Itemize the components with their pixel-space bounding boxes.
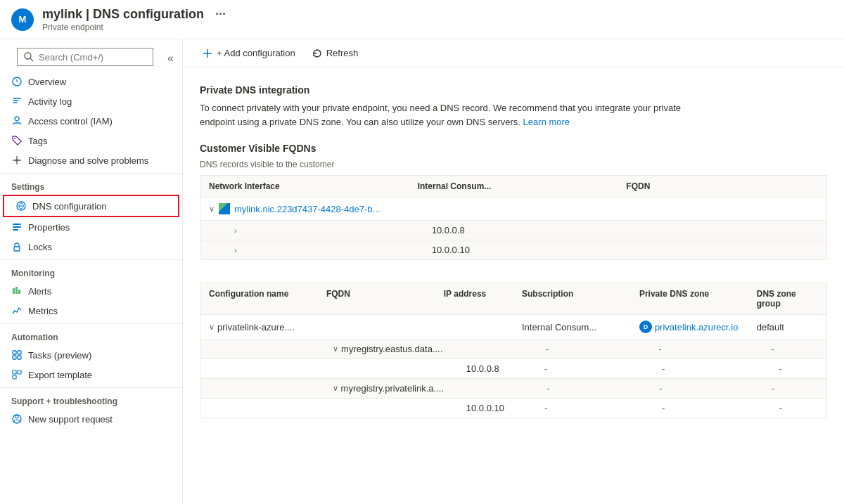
svg-rect-10 (14, 247, 20, 251)
config-sub-cell-name-1 (200, 340, 313, 358)
sidebar-section-settings: Settings (0, 173, 182, 195)
search-input[interactable] (39, 52, 147, 63)
sidebar-item-overview[interactable]: Overview (0, 72, 182, 91)
sub-cell-chevron-1: › (200, 221, 409, 240)
sidebar-item-label-tags: Tags (28, 136, 47, 146)
config-grand-sub-1: - (513, 359, 631, 378)
config-cell-dns-zone: D privatelink.azurecr.io (631, 315, 748, 339)
sidebar-item-label-properties: Properties (28, 222, 70, 233)
sub-cell-chevron-2: › (200, 240, 409, 259)
diagnose-icon (11, 155, 23, 166)
learn-more-link[interactable]: Learn more (523, 117, 570, 127)
svg-rect-14 (13, 351, 16, 354)
svg-point-4 (14, 138, 15, 139)
sidebar-item-diagnose[interactable]: Diagnose and solve problems (0, 150, 182, 170)
table-row: ∨ mylink.nic.223d7437-4428-4de7-b... (200, 198, 826, 221)
expand-right-icon-1[interactable]: › (234, 226, 237, 235)
config-table-row: 10.0.0.8 - - - (200, 359, 826, 379)
svg-rect-7 (13, 224, 21, 225)
svg-point-0 (25, 53, 31, 59)
sidebar-item-activity-log[interactable]: Activity log (0, 91, 182, 111)
sidebar-item-properties[interactable]: Properties (0, 217, 182, 237)
sidebar-item-support[interactable]: New support request (0, 409, 182, 429)
page-title: mylink | DNS configuration ··· (42, 7, 833, 22)
config-expand-chevron[interactable]: ∨ (209, 323, 215, 332)
table-cell-internal-empty (409, 198, 618, 220)
toolbar: + Add configuration Refresh (183, 39, 844, 67)
config-grand-ip-1: 10.0.0.8 (435, 359, 513, 378)
config-col-ip: IP address (435, 283, 513, 314)
refresh-button[interactable]: Refresh (309, 45, 362, 61)
config-table-row: 10.0.0.10 - - - (200, 399, 826, 418)
config-col-fqdn: FQDN (318, 283, 435, 314)
config-table-section: Configuration name FQDN IP address Subsc… (200, 283, 827, 418)
fqdns-subtitle: DNS records visible to the customer (200, 160, 827, 169)
nic-icon (219, 203, 230, 214)
config-sub-cell-fqdn-2: ∨ myregistry.privatelink.a.... (313, 379, 452, 398)
sub-cell-fqdn-1 (618, 221, 826, 240)
sidebar-item-alerts[interactable]: Alerts (0, 281, 182, 301)
sidebar-item-tags[interactable]: Tags (0, 131, 182, 150)
config-grand-zone-2: - (631, 399, 748, 418)
dns-icon (15, 200, 27, 212)
search-box[interactable] (17, 48, 153, 66)
page-subtitle: Private endpoint (42, 22, 833, 32)
sidebar-item-metrics[interactable]: Metrics (0, 301, 182, 321)
iam-icon (11, 115, 23, 127)
sidebar-item-label-iam: Access control (IAM) (28, 116, 113, 127)
config-grand-fqdn-1 (318, 359, 435, 378)
more-options-icon[interactable]: ··· (215, 7, 226, 22)
sidebar-item-export-template[interactable]: Export template (0, 365, 182, 385)
sidebar: « Overview Activity log Access control (… (0, 39, 183, 504)
sidebar-item-label-metrics: Metrics (28, 306, 58, 316)
svg-rect-16 (13, 356, 16, 359)
expand-chevron-icon[interactable]: ∨ (209, 205, 215, 214)
overview-icon (11, 76, 23, 87)
sidebar-item-label-dns: DNS configuration (32, 201, 107, 212)
config-sub-cell-sub-2: - (527, 379, 639, 398)
content-area: + Add configuration Refresh Private DNS … (183, 39, 844, 504)
content-body: Private DNS integration To connect priva… (183, 67, 844, 435)
config-grand-name-1 (200, 359, 318, 378)
sidebar-item-locks[interactable]: Locks (0, 237, 182, 257)
sidebar-item-label-alerts: Alerts (28, 286, 51, 297)
svg-rect-13 (18, 290, 20, 294)
sidebar-section-monitoring: Monitoring (0, 259, 182, 281)
config-sub-cell-group-1: - (751, 340, 826, 358)
collapse-sidebar-button[interactable]: « (162, 49, 179, 67)
sidebar-item-tasks[interactable]: Tasks (preview) (0, 345, 182, 365)
nic-link[interactable]: mylink.nic.223d7437-4428-4de7-b... (234, 204, 380, 214)
config-sub-expand-2[interactable]: ∨ (333, 384, 338, 393)
config-sub-expand-1[interactable]: ∨ (333, 344, 338, 354)
add-configuration-button[interactable]: + Add configuration (200, 45, 298, 61)
config-sub-cell-zone-1: - (639, 340, 751, 358)
sidebar-item-label-locks: Locks (28, 242, 52, 252)
dns-zone-link[interactable]: privatelink.azurecr.io (655, 322, 738, 332)
config-grand-sub-2: - (513, 399, 631, 418)
config-cell-fqdn (318, 315, 435, 339)
page-header: M mylink | DNS configuration ··· Private… (0, 0, 844, 39)
table-row: › 10.0.0.10 (200, 240, 826, 259)
fqdns-col-fqdn: FQDN (618, 176, 826, 197)
svg-rect-11 (13, 288, 15, 294)
export-icon (11, 369, 23, 380)
config-sub-cell-zone-2: - (639, 379, 752, 398)
tags-icon (11, 135, 23, 146)
sub-cell-ip-1: 10.0.0.8 (409, 221, 618, 240)
config-sub-cell-sub-1: - (526, 340, 639, 358)
table-cell-fqdn-empty (618, 198, 826, 220)
expand-right-icon-2[interactable]: › (234, 246, 237, 254)
sidebar-item-label-export: Export template (28, 370, 92, 380)
dns-integration-title: Private DNS integration (200, 84, 827, 96)
fqdns-col-network: Network Interface (200, 176, 409, 197)
config-table-row: ∨ privatelink-azure.... Internal Consum.… (200, 315, 826, 340)
avatar: M (11, 8, 34, 31)
fqdns-title: Customer Visible FQDNs (200, 143, 827, 154)
config-grand-fqdn-2 (318, 399, 435, 418)
config-grand-ip-2: 10.0.0.10 (435, 399, 513, 418)
config-table-row: ∨ myregistry.eastus.data.... - - - (200, 340, 826, 359)
dns-integration-section: Private DNS integration To connect priva… (200, 84, 827, 129)
sidebar-item-dns-configuration[interactable]: DNS configuration (3, 195, 179, 217)
config-sub-cell-group-2: - (752, 379, 826, 398)
sidebar-item-access-control[interactable]: Access control (IAM) (0, 111, 182, 131)
